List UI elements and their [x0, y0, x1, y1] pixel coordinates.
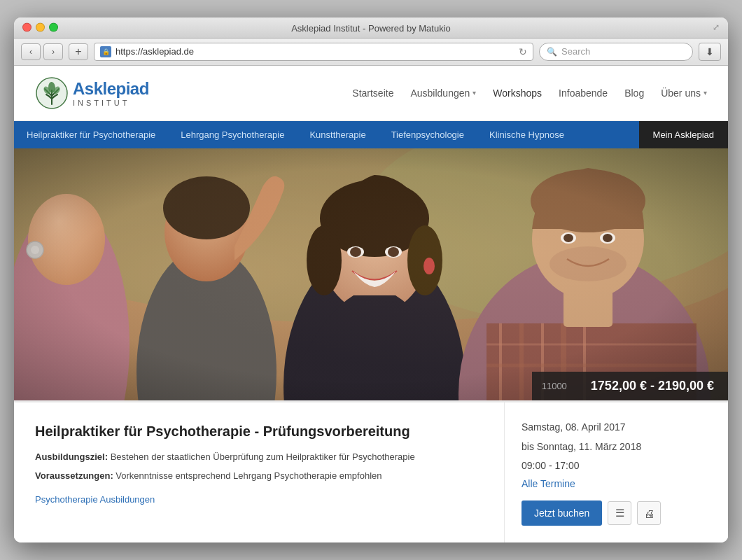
- date-to: bis Sonntag, 11. März 2018: [522, 439, 711, 456]
- website-content: Asklepiad INSTITUT Startseite Ausbildung…: [14, 66, 728, 542]
- content-section: Heilpraktiker für Psychotherapie - Prüfu…: [14, 400, 728, 542]
- minimize-button[interactable]: [36, 23, 45, 32]
- hero-image: [14, 148, 728, 400]
- voraussetzungen-label: Voraussetzungen:: [35, 470, 113, 481]
- content-left: Heilpraktiker für Psychotherapie - Prüfu…: [14, 402, 504, 542]
- voraussetzungen-text: Vorkenntnisse entsprechend Lehrgang Psyc…: [115, 470, 382, 481]
- logo-name: Asklepiad: [73, 79, 149, 99]
- close-button[interactable]: [22, 23, 31, 32]
- all-dates-link[interactable]: Alle Termine: [522, 478, 575, 489]
- nav-startseite[interactable]: Startseite: [352, 88, 393, 99]
- forward-button[interactable]: ›: [43, 43, 63, 60]
- site-logo[interactable]: Asklepiad INSTITUT: [35, 76, 149, 110]
- address-text: https://asklepiad.de: [115, 46, 514, 57]
- reload-button[interactable]: ↻: [519, 46, 527, 57]
- price-badge: 11000 1752,00 € - 2190,00 €: [532, 372, 728, 400]
- ueber-uns-dropdown-icon: ▾: [704, 89, 707, 97]
- ausbildungsziel-label: Ausbildungsziel:: [35, 451, 108, 462]
- blue-nav-tiefenpsychologie[interactable]: Tiefenpsychologie: [379, 121, 477, 148]
- fullscreen-button[interactable]: [49, 23, 58, 32]
- new-tab-button[interactable]: +: [69, 43, 88, 60]
- book-button[interactable]: Jetzt buchen: [522, 500, 602, 526]
- mein-asklepiad-button[interactable]: Mein Asklepiad: [639, 121, 728, 148]
- date-from: Samstag, 08. April 2017: [522, 419, 711, 436]
- blue-nav-kunsttherapie[interactable]: Kunsttherapie: [297, 121, 378, 148]
- browser-window: Asklepiad Institut - Powered by Matukio …: [14, 18, 728, 542]
- ausbildungen-dropdown-icon: ▾: [472, 89, 476, 97]
- search-icon: 🔍: [547, 47, 557, 57]
- address-bar[interactable]: 🔒 https://asklepiad.de ↻: [94, 43, 533, 61]
- browser-toolbar: ‹ › + 🔒 https://asklepiad.de ↻ 🔍 Search …: [14, 38, 728, 66]
- event-time: 09:00 - 17:00: [522, 458, 711, 475]
- address-favicon: 🔒: [100, 46, 111, 57]
- content-right: Samstag, 08. April 2017 bis Sonntag, 11.…: [504, 402, 728, 542]
- browser-title: Asklepiad Institut - Powered by Matukio: [291, 23, 451, 34]
- search-bar[interactable]: 🔍 Search: [539, 43, 693, 61]
- list-view-button[interactable]: ☰: [608, 501, 631, 525]
- resize-icon[interactable]: ⤢: [713, 22, 720, 32]
- search-input[interactable]: Search: [561, 46, 590, 57]
- logo-text: Asklepiad INSTITUT: [73, 79, 149, 107]
- ausbildungsziel-text: Bestehen der staatlichen Überprüfung zum…: [111, 451, 415, 462]
- event-title: Heilpraktiker für Psychotherapie - Prüfu…: [35, 422, 483, 440]
- title-bar: Asklepiad Institut - Powered by Matukio …: [14, 18, 728, 38]
- blue-nav-klinische-hypnose[interactable]: Klinische Hypnose: [477, 121, 577, 148]
- event-voraussetzungen: Voraussetzungen: Vorkenntnisse entsprech…: [35, 469, 483, 483]
- blue-nav-bar: Heilpraktiker für Psychotherapie Lehrgan…: [14, 121, 728, 148]
- nav-blog[interactable]: Blog: [624, 88, 644, 99]
- main-nav: Startseite Ausbildungen ▾ Workshops Info…: [352, 88, 707, 99]
- logo-icon: [35, 76, 69, 110]
- price-amount: 1752,00 € - 2190,00 €: [577, 372, 728, 400]
- svg-rect-44: [14, 148, 728, 400]
- price-id: 11000: [532, 372, 577, 400]
- nav-ueber-uns[interactable]: Über uns ▾: [661, 88, 707, 99]
- site-header: Asklepiad INSTITUT Startseite Ausbildung…: [14, 66, 728, 121]
- blue-nav-lehrgang[interactable]: Lehrgang Psychotherapie: [168, 121, 297, 148]
- event-ausbildungsziel: Ausbildungsziel: Bestehen der staatliche…: [35, 450, 483, 464]
- print-button[interactable]: 🖨: [637, 501, 661, 525]
- blue-nav-heilpraktiker[interactable]: Heilpraktiker für Psychotherapie: [14, 121, 168, 148]
- booking-actions: Jetzt buchen ☰ 🖨: [522, 500, 711, 526]
- download-button[interactable]: ⬇: [699, 43, 721, 61]
- psychotherapie-link[interactable]: Psychotherapie Ausbildungen: [35, 494, 155, 505]
- nav-infoabende[interactable]: Infoabende: [559, 88, 608, 99]
- list-icon: ☰: [615, 507, 624, 519]
- print-icon: 🖨: [644, 507, 654, 519]
- hero-section: 11000 1752,00 € - 2190,00 €: [14, 148, 728, 400]
- logo-subtitle: INSTITUT: [73, 99, 149, 107]
- nav-buttons: ‹ ›: [21, 43, 63, 60]
- traffic-lights: [22, 23, 58, 32]
- nav-ausbildungen[interactable]: Ausbildungen ▾: [410, 88, 476, 99]
- nav-workshops[interactable]: Workshops: [493, 88, 542, 99]
- blue-nav-items: Heilpraktiker für Psychotherapie Lehrgan…: [14, 121, 577, 148]
- back-button[interactable]: ‹: [21, 43, 41, 60]
